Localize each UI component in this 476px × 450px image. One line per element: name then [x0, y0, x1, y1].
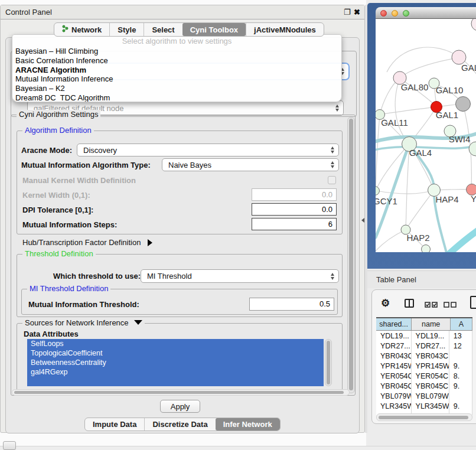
- tab-infer-network[interactable]: Infer Network: [216, 418, 280, 431]
- combo-stepper-icon: [335, 105, 339, 112]
- table-horizontal-scrollbar-thumb[interactable]: [379, 416, 468, 419]
- combo-stepper-icon: [331, 273, 334, 280]
- close-traffic-light[interactable]: [380, 10, 387, 17]
- zoom-traffic-light[interactable]: [403, 10, 409, 17]
- algorithm-item[interactable]: Bayesian – K2: [12, 84, 341, 93]
- hub-definition-toggle[interactable]: Hub/Transcription Factor Definition: [22, 238, 152, 247]
- deselect-all-icon[interactable]: [444, 300, 457, 311]
- table-cell: 13: [449, 331, 472, 341]
- mi-threshold-field[interactable]: 0.5: [249, 298, 334, 311]
- split-columns-icon[interactable]: [405, 299, 414, 308]
- network-graph: GALGAL80GAL10GAL1GAL11SWI4GAL4GCY1HAP4YH…: [376, 19, 476, 252]
- network-node[interactable]: [422, 245, 431, 253]
- settings-horizontal-scrollbar-thumb[interactable]: [14, 391, 344, 394]
- tab-style[interactable]: Style: [109, 23, 144, 36]
- dpi-tolerance-field[interactable]: 0.0: [252, 203, 337, 216]
- network-canvas[interactable]: GALGAL80GAL10GAL1GAL11SWI4GAL4GCY1HAP4YH…: [376, 19, 476, 252]
- table-cell: 9.: [449, 361, 472, 371]
- settings-vertical-scrollbar[interactable]: [347, 117, 355, 393]
- node-label: GCY1: [376, 196, 397, 206]
- gear-icon[interactable]: ⚙: [381, 297, 390, 309]
- dpi-tolerance-label: DPI Tolerance [0,1]:: [22, 206, 93, 214]
- data-attributes-list: SelfLoopsTopologicalCoefficientBetweenne…: [27, 339, 324, 386]
- table-cell: YPR145W: [412, 361, 449, 371]
- column-header-1[interactable]: shared...: [376, 318, 412, 330]
- attribute-item[interactable]: BetweennessCentrality: [27, 358, 324, 367]
- sources-title-text: Sources for Network Inference: [25, 318, 129, 327]
- settings-vertical-scrollbar-thumb[interactable]: [349, 119, 353, 390]
- export-table-icon[interactable]: [470, 296, 476, 309]
- attributes-scrollbar-thumb[interactable]: [327, 341, 330, 384]
- tab-select[interactable]: Select: [144, 23, 182, 36]
- table-row[interactable]: YER054CYER054C8.: [376, 371, 472, 381]
- table-row[interactable]: YDR27...YDR27...12: [376, 341, 472, 351]
- select-all-icon[interactable]: [425, 300, 438, 311]
- collapse-panel-button[interactable]: [3, 441, 16, 450]
- tab-impute-data[interactable]: Impute Data: [85, 418, 144, 431]
- table-row[interactable]: YDL19...YDL19...13: [376, 331, 472, 341]
- table-cell: 8.: [449, 371, 472, 381]
- settings-horizontal-scrollbar[interactable]: [12, 389, 350, 396]
- close-icon[interactable]: ✖: [354, 8, 360, 17]
- mi-threshold-label: Mutual Information Threshold:: [28, 300, 139, 309]
- combo-stepper-icon: [331, 161, 334, 168]
- mi-type-value: Naive Bayes: [168, 161, 211, 169]
- table-cell: YPR145W: [376, 361, 412, 371]
- node-label: GAL1: [436, 110, 458, 120]
- sources-group-title[interactable]: Sources for Network Inference: [22, 318, 145, 327]
- table-cell: YDL19...: [376, 331, 412, 341]
- cyni-toolbox-panel: Inference Algorithm galFiltered.sif defa…: [5, 37, 360, 433]
- attribute-item[interactable]: gal4RGexp: [27, 367, 324, 377]
- which-threshold-label: Which threshold to use:: [53, 272, 141, 281]
- chevron-right-icon: [148, 239, 152, 246]
- table-horizontal-scrollbar[interactable]: [376, 413, 472, 421]
- minimize-traffic-light[interactable]: [392, 10, 398, 17]
- tab-label: Infer Network: [223, 420, 272, 429]
- table-cell: YLR345W: [376, 401, 412, 411]
- table-row[interactable]: YBL079WYBL079W: [376, 391, 472, 401]
- manual-kernel-label: Manual Kernel Width Definition: [22, 176, 136, 185]
- tab-jactivemnodules[interactable]: jActiveMNodules: [246, 23, 324, 36]
- algorithm-definition-title: Algorithm Definition: [22, 126, 94, 135]
- algorithm-item[interactable]: Dream8 DC_TDC Algorithm: [12, 93, 341, 102]
- attribute-item[interactable]: [27, 377, 324, 386]
- table-cell: 9.: [449, 381, 472, 391]
- tab-discretize-data[interactable]: Discretize Data: [144, 418, 215, 431]
- node-label: SWI4: [449, 134, 471, 144]
- table-row[interactable]: YBR045CYBR045C9.: [376, 381, 472, 391]
- kernel-width-field[interactable]: 0.0: [252, 188, 337, 201]
- kernel-width-label: Kernel Width (0,1):: [22, 191, 90, 200]
- network-node[interactable]: [471, 19, 476, 31]
- tab-label: Select: [152, 25, 174, 34]
- table-row[interactable]: YPR145WYPR145W9.: [376, 361, 472, 371]
- table-cell: YER054C: [412, 371, 449, 381]
- apply-button[interactable]: Apply: [160, 400, 200, 413]
- algorithm-item[interactable]: Basic Correlation Inference: [12, 56, 341, 66]
- tab-label: jActiveMNodules: [254, 25, 316, 34]
- column-header-2[interactable]: name: [412, 318, 451, 330]
- mi-type-combo[interactable]: Naive Bayes: [162, 158, 339, 171]
- algorithm-item[interactable]: Mutual Information Inference: [12, 74, 341, 84]
- aracne-mode-label: Aracne Mode:: [21, 146, 72, 155]
- network-node[interactable]: [456, 97, 471, 112]
- float-window-icon[interactable]: ❐: [344, 8, 351, 17]
- attribute-item[interactable]: SelfLoops: [27, 339, 324, 348]
- algorithm-item[interactable]: ARACNE Algorithm: [12, 66, 341, 75]
- node-label: Y: [471, 194, 476, 204]
- manual-kernel-checkbox[interactable]: [328, 176, 336, 184]
- mi-type-label: Mutual Information Algorithm Type:: [21, 161, 151, 169]
- column-header-3[interactable]: A: [451, 318, 472, 330]
- attributes-scrollbar[interactable]: [325, 339, 332, 386]
- tab-cyni-toolbox[interactable]: Cyni Toolbox: [182, 23, 246, 36]
- mi-steps-field[interactable]: 6: [252, 218, 337, 230]
- which-threshold-combo[interactable]: MI Threshold: [141, 269, 339, 283]
- table-cell: YBR045C: [412, 381, 449, 391]
- attribute-item[interactable]: TopologicalCoefficient: [27, 348, 324, 358]
- network-node-gcy1[interactable]: [376, 187, 380, 195]
- table-row[interactable]: YBR043CYBR043C: [376, 351, 472, 361]
- aracne-mode-combo[interactable]: Discovery: [77, 144, 339, 156]
- table-row[interactable]: YLR345WYLR345W9.: [376, 401, 472, 411]
- algorithm-item[interactable]: Bayesian – Hill Climbing: [12, 47, 341, 56]
- splitter-collapse-arrow[interactable]: [361, 218, 364, 223]
- tab-network[interactable]: Network: [54, 23, 109, 36]
